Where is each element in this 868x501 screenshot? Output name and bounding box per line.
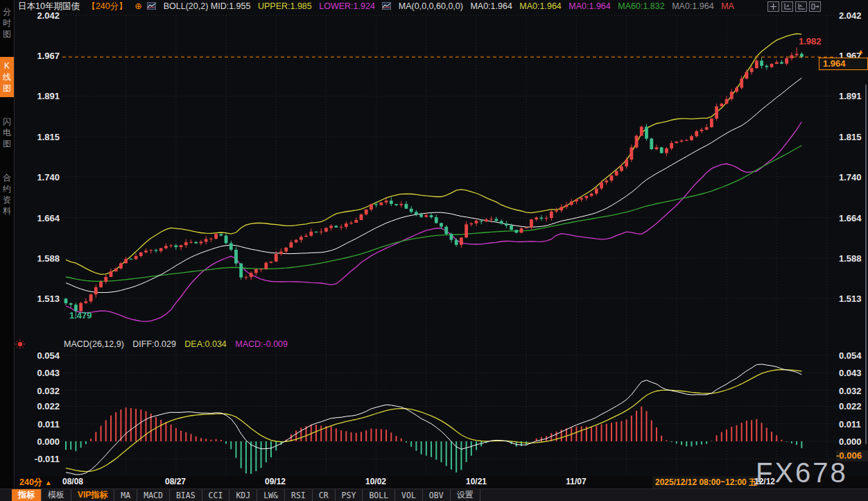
session-high-label: 1.982 <box>799 36 822 46</box>
toolbar-item-10[interactable]: CR <box>313 489 336 501</box>
macd-legend: MACD(26,12,9) DIFF:0.029 DEA:0.034 MACD:… <box>64 339 294 349</box>
macd-last-value-box: -0.006 <box>836 450 868 461</box>
toolbar-item-1[interactable]: 模板 <box>42 489 71 501</box>
period-tag[interactable]: 【240分】 <box>87 1 127 11</box>
pane-exit-icon[interactable] <box>809 1 821 12</box>
ma0-magenta-readout: MA0:1.964 <box>568 1 610 11</box>
toolbar-item-12[interactable]: BOLL <box>363 489 395 501</box>
price-alert-arrow-icon: ▲ <box>858 48 864 55</box>
y-axis-label: -0.011 <box>19 454 60 464</box>
y-axis-label: 1.891 <box>19 91 60 101</box>
toolbar-item-7[interactable]: KDJ <box>229 489 257 501</box>
indicator-settings-icon[interactable] <box>15 339 26 353</box>
toolbar-item-11[interactable]: PSY <box>336 489 363 501</box>
y-axis-label: 0.032 <box>19 386 60 396</box>
y-axis-label: 1.513 <box>19 294 60 304</box>
ma-red-readout: MA <box>721 1 734 11</box>
timeframe-label[interactable]: 240分 ▲ <box>19 477 52 489</box>
y-axis-label: 2.042 <box>839 10 868 21</box>
x-tick-2: 09/12 <box>265 477 286 486</box>
last-price-box: 1.964 <box>819 58 868 70</box>
y-axis-label: 0.000 <box>19 436 60 447</box>
bar-time-tooltip: 2025/12/12 08:00~12:00 五 <box>652 476 760 489</box>
x-tick-1: 08/27 <box>165 477 186 486</box>
x-tick-0: 08/08 <box>62 477 83 486</box>
y-axis-label: 1.664 <box>19 213 60 223</box>
toolbar-item-14[interactable]: OBV <box>423 489 451 501</box>
y-axis-label: 1.815 <box>839 132 868 142</box>
fx678-watermark: FX678 <box>756 457 848 489</box>
ma-indicator-icon[interactable] <box>382 1 391 13</box>
sidebar-item-2[interactable]: 闪电图 <box>0 112 14 153</box>
sidebar-item-0[interactable]: 分时图 <box>0 3 14 43</box>
x-tick-4: 10/21 <box>466 477 487 486</box>
ma60-green-readout: MA60:1.832 <box>618 1 664 11</box>
crosshair-move-icon[interactable] <box>767 1 779 12</box>
toolbar-item-8[interactable]: LW& <box>257 489 285 501</box>
x-tick-5: 11/07 <box>566 477 586 486</box>
y-axis-label: 1.588 <box>19 253 60 264</box>
time-axis: 240分 ▲ 2025/12/12 08:00~12:00 五 12/12 08… <box>14 476 868 489</box>
trading-terminal: 分时图K线图闪电图合约资料 日本10年期国债 【240分】 ⊕ BOLL(20,… <box>0 0 868 501</box>
session-low-label: 1.479 <box>69 310 92 321</box>
sidebar-item-3[interactable]: 合约资料 <box>0 169 14 220</box>
y-axis-label: 1.588 <box>839 253 868 264</box>
ma0-gray-readout: MA0:1.964 <box>672 1 713 11</box>
y-axis-label: 0.043 <box>839 368 868 378</box>
boll-indicator-icon[interactable] <box>147 1 156 13</box>
indicator-toolbar: 指标模板VIP指标MAMACDBIASCCIKDJLW&RSICRPSYBOLL… <box>0 489 868 501</box>
macd-diff-readout: DIFF:0.029 <box>132 339 176 349</box>
y-axis-label: 0.011 <box>19 419 60 430</box>
toolbar-item-5[interactable]: BIAS <box>170 489 202 501</box>
add-indicator-icon[interactable]: ⊕ <box>134 1 141 11</box>
y-axis-label: 0.054 <box>839 350 868 361</box>
sidebar-item-1[interactable]: K线图 <box>0 57 14 97</box>
macd-dea-readout: DEA:0.034 <box>184 339 226 349</box>
toolbar-item-0[interactable]: 指标 <box>12 489 42 501</box>
ma0-white-readout: MA0:1.964 <box>470 1 512 11</box>
y-axis-label: 0.022 <box>19 401 60 411</box>
y-axis-label: 0.022 <box>839 401 868 411</box>
price-chart[interactable] <box>0 0 868 489</box>
ma-params-readout: MA(0,0,0,60,0,0) <box>399 1 463 11</box>
sidebar: 分时图K线图闪电图合约资料 <box>0 0 15 501</box>
y-axis-label: 0.032 <box>839 386 868 396</box>
toolbar-item-13[interactable]: VOL <box>395 489 423 501</box>
right-scrollbar[interactable] <box>865 85 867 444</box>
chart-legend: 日本10年期国债 【240分】 ⊕ BOLL(20,2) MID:1.955 U… <box>18 1 739 12</box>
toolbar-item-9[interactable]: RSI <box>285 489 313 501</box>
axis-scale-left-icon[interactable] <box>781 1 793 12</box>
y-axis-label: 1.664 <box>839 213 868 223</box>
boll-mid-readout: BOLL(20,2) MID:1.955 <box>164 1 251 11</box>
x-tick-3: 10/02 <box>365 477 386 486</box>
toolbar-item-2[interactable]: VIP指标 <box>71 489 114 501</box>
y-axis-label: 1.740 <box>19 172 60 182</box>
macd-value-readout: MACD:-0.009 <box>235 339 288 349</box>
chart-tool-icons <box>767 1 821 12</box>
y-axis-label: 0.011 <box>839 419 868 430</box>
toolbar-item-3[interactable]: MA <box>114 489 137 501</box>
y-axis-label: 1.967 <box>19 51 60 61</box>
boll-lower-readout: LOWER:1.924 <box>319 1 375 11</box>
ma0-yellow-readout: MA0:1.964 <box>519 1 561 11</box>
instrument-title: 日本10年期国债 <box>18 1 80 11</box>
y-axis-label: 1.891 <box>839 91 868 101</box>
toolbar-item-6[interactable]: CCI <box>202 489 230 501</box>
y-axis-label: 1.513 <box>839 294 868 304</box>
macd-params-readout: MACD(26,12,9) <box>64 339 124 349</box>
y-axis-label: 0.043 <box>19 368 60 378</box>
timeframe-arrow-icon: ▲ <box>45 479 52 486</box>
toolbar-item-15[interactable]: 设置 <box>451 489 480 501</box>
y-axis-label: 1.740 <box>839 172 868 182</box>
boll-upper-readout: UPPER:1.985 <box>258 1 312 11</box>
y-axis-label: 1.815 <box>19 132 60 142</box>
axis-scale-right-icon[interactable] <box>795 1 807 12</box>
toolbar-item-4[interactable]: MACD <box>137 489 170 501</box>
y-axis-label: 0.000 <box>839 436 868 447</box>
